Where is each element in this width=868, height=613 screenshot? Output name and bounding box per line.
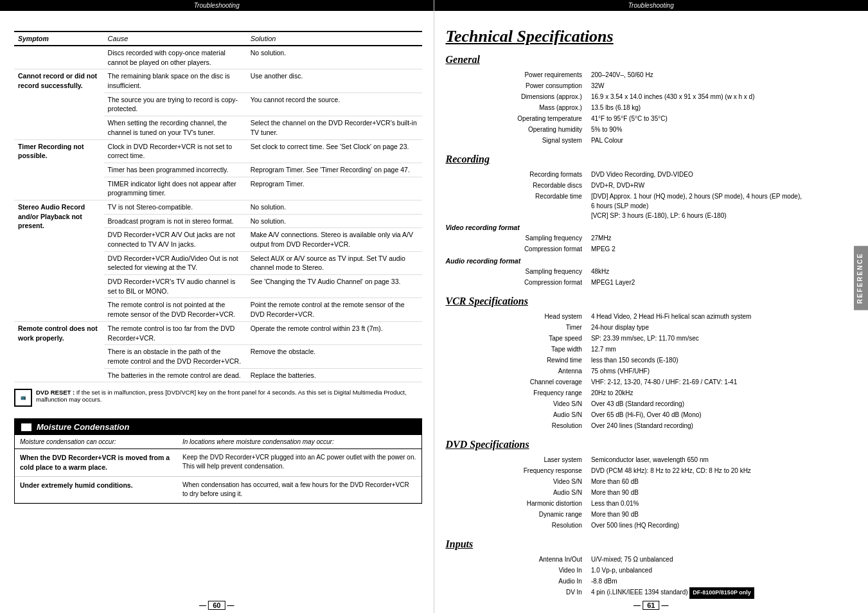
cause-cell: Timer has been programmed incorrectly. bbox=[104, 163, 247, 177]
spec-label: Operating humidity bbox=[446, 124, 589, 135]
spec-value: 32W bbox=[589, 80, 854, 91]
spec-label: Resolution bbox=[446, 520, 589, 531]
cause-cell: There is an obstacle in the path of the … bbox=[104, 345, 247, 368]
spec-label: Audio S/N bbox=[446, 487, 589, 498]
solution-cell: Make A/V connections. Stereo is availabl… bbox=[247, 228, 422, 251]
symptom-cell bbox=[14, 46, 104, 69]
spec-value: Over 43 dB (Standard recording) bbox=[589, 398, 854, 409]
spec-value: MPEG 2 bbox=[589, 244, 854, 254]
cause-cell: DVD Recorder+VCR A/V Out jacks are not c… bbox=[104, 228, 247, 251]
spec-label: Frequency range bbox=[446, 387, 589, 398]
spec-value: PAL Colour bbox=[589, 135, 854, 146]
symptom-cell: Cannot record or did not record successf… bbox=[14, 69, 104, 139]
spec-value: less than 150 seconds (E-180) bbox=[589, 355, 854, 366]
recording-spec-table: Recording formatsDVD Video Recording, DV… bbox=[446, 169, 855, 221]
sub-spec-table: Sampling frequency48kHzCompression forma… bbox=[446, 266, 855, 288]
spec-value: 200–240V–, 50/60 Hz bbox=[589, 69, 854, 80]
solution-cell: Operate the remote control within 23 ft … bbox=[247, 321, 422, 344]
cause-cell: The batteries in the remote control are … bbox=[104, 368, 247, 382]
spec-label: Tape width bbox=[446, 344, 589, 355]
symptom-cell: Remote control does not work properly. bbox=[14, 321, 104, 382]
spec-label: Head system bbox=[446, 311, 589, 322]
spec-value: Semiconductor laser, wavelength 650 nm bbox=[589, 454, 854, 465]
spec-value: DVD (PCM 48 kHz): 8 Hz to 22 kHz, CD: 8 … bbox=[589, 465, 854, 476]
spec-label: Power requirements bbox=[446, 69, 589, 80]
sub-section-heading: Audio recording format bbox=[446, 257, 855, 265]
dvd-reset-note: 📺 DVD RESET : If the set is in malfuncti… bbox=[14, 389, 422, 407]
spec-value: 4 pin (i.LINK/IEEE 1394 standard) DF-810… bbox=[589, 587, 854, 600]
cause-cell: Discs recorded with copy-once material c… bbox=[104, 46, 247, 69]
spec-value: More than 90 dB bbox=[589, 509, 854, 520]
solution-cell: Remove the obstacle. bbox=[247, 345, 422, 368]
reference-tab: REFERENCE bbox=[854, 246, 868, 310]
moisture-row-col1: Under extremely humid conditions. bbox=[15, 476, 177, 502]
moisture-row-col1: When the DVD Recorder+VCR is moved from … bbox=[15, 449, 177, 476]
spec-label: Dimensions (approx.) bbox=[446, 91, 589, 102]
solution-cell: Replace the batteries. bbox=[247, 368, 422, 382]
moisture-table: Moisture condensation can occur: In loca… bbox=[15, 435, 421, 502]
spec-value: U/V-mixed; 75 Ω unbalanced bbox=[589, 554, 854, 565]
spec-label: Antenna In/Out bbox=[446, 554, 589, 565]
spec-label: Video S/N bbox=[446, 398, 589, 409]
spec-value: Over 240 lines (Standard recording) bbox=[589, 420, 854, 431]
spec-value: [DVD] Approx. 1 hour (HQ mode), 2 hours … bbox=[589, 191, 854, 221]
col-cause: Cause bbox=[104, 31, 247, 46]
solution-cell: No solution. bbox=[247, 200, 422, 214]
spec-label: Video In bbox=[446, 565, 589, 576]
inputs-spec-table: Antenna In/OutU/V-mixed; 75 Ω unbalanced… bbox=[446, 554, 855, 600]
sub-spec-table: Sampling frequency27MHzCompression forma… bbox=[446, 233, 855, 254]
spec-label: Frequency response bbox=[446, 465, 589, 476]
spec-value: 27MHz bbox=[589, 233, 854, 244]
solution-cell: Point the remote control at the remote s… bbox=[247, 298, 422, 321]
spec-label: Dynamic range bbox=[446, 509, 589, 520]
spec-value: More than 90 dB bbox=[589, 487, 854, 498]
dvd-reset-text: DVD RESET : If the set is in malfunction… bbox=[36, 389, 422, 403]
dvd-reset-icon: 📺 bbox=[14, 389, 32, 407]
cause-cell: The remote control is too far from the D… bbox=[104, 321, 247, 344]
symptom-cell: Timer Recording not possible. bbox=[14, 139, 104, 200]
spec-value: 1.0 Vp-p, unbalanced bbox=[589, 565, 854, 576]
spec-label: Laser system bbox=[446, 454, 589, 465]
cause-cell: TV is not Stereo-compatible. bbox=[104, 200, 247, 214]
spec-label: Video S/N bbox=[446, 476, 589, 487]
right-page: Troubleshooting Technical Specifications… bbox=[434, 0, 869, 613]
vcr-spec-table: Head system4 Head Video, 2 Head Hi-Fi he… bbox=[446, 311, 855, 431]
cause-cell: The source you are trying to record is c… bbox=[104, 93, 247, 116]
spec-label: Rewind time bbox=[446, 355, 589, 366]
spec-label: Recordable discs bbox=[446, 180, 589, 191]
cause-cell: Broadcast program is not in stereo forma… bbox=[104, 214, 247, 228]
moisture-section: Moisture Condensation Moisture condensat… bbox=[14, 418, 422, 503]
solution-cell: Use another disc. bbox=[247, 69, 422, 93]
spec-value: SP: 23.39 mm/sec, LP: 11.70 mm/sec bbox=[589, 333, 854, 344]
moisture-title: Moisture Condensation bbox=[37, 422, 129, 432]
solution-cell: No solution. bbox=[247, 46, 422, 69]
spec-value: 48kHz bbox=[589, 266, 854, 277]
inputs-heading: Inputs bbox=[446, 538, 855, 550]
cause-cell: DVD Recorder+VCR's TV audio channel is s… bbox=[104, 275, 247, 298]
solution-cell: Select the channel on the DVD Recorder+V… bbox=[247, 116, 422, 139]
spec-label: Sampling frequency bbox=[446, 233, 589, 244]
sub-section-heading: Video recording format bbox=[446, 224, 855, 231]
recording-heading: Recording bbox=[446, 154, 855, 165]
spec-value: Over 65 dB (Hi-Fi), Over 40 dB (Mono) bbox=[589, 409, 854, 420]
page-number-left: — 60 — bbox=[199, 601, 234, 610]
spec-value: 13.5 lbs (6.18 kg) bbox=[589, 102, 854, 113]
spec-label: Audio S/N bbox=[446, 409, 589, 420]
spec-value: 4 Head Video, 2 Head Hi-Fi helical scan … bbox=[589, 311, 854, 322]
spec-value: 16.9 x 3.54 x 14.0 inches (430 x 91 x 35… bbox=[589, 91, 854, 102]
cause-cell: The remote control is not pointed at the… bbox=[104, 298, 247, 321]
right-header: Troubleshooting bbox=[434, 0, 869, 11]
solution-cell: Select AUX or A/V source as TV input. Se… bbox=[247, 251, 422, 274]
spec-label: Signal system bbox=[446, 135, 589, 146]
solution-cell: Reprogram Timer. bbox=[247, 177, 422, 200]
cause-cell: Clock in DVD Recorder+VCR is not set to … bbox=[104, 139, 247, 163]
spec-label: Harmonic distortion bbox=[446, 498, 589, 509]
spec-label: Power consumption bbox=[446, 80, 589, 91]
solution-cell: See 'Changing the TV Audio Channel' on p… bbox=[247, 275, 422, 298]
spec-value: 41°F to 95°F (5°C to 35°C) bbox=[589, 113, 854, 124]
dvd-spec-table: Laser systemSemiconductor laser, wavelen… bbox=[446, 454, 855, 531]
solution-cell: Set clock to correct time. See 'Set Cloc… bbox=[247, 139, 422, 163]
spec-value: MPEG1 Layer2 bbox=[589, 277, 854, 288]
spec-value: 12.7 mm bbox=[589, 344, 854, 355]
spec-label: Recordable time bbox=[446, 191, 589, 221]
